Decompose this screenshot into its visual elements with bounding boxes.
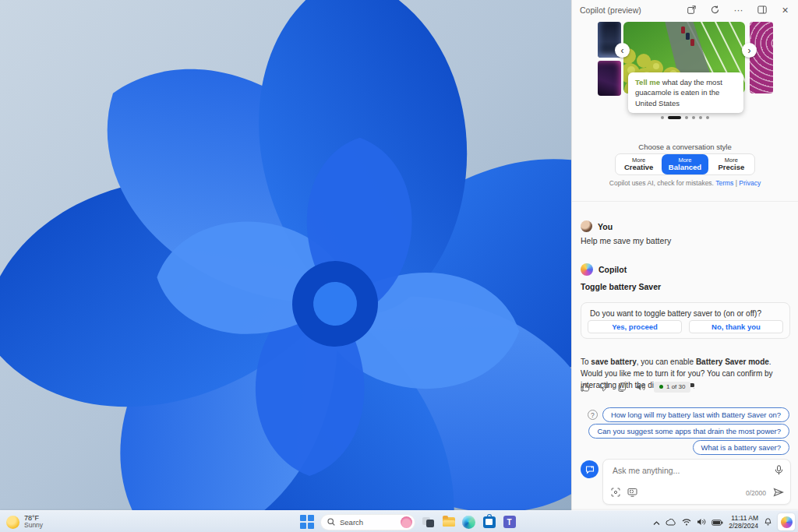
carousel-side-images-left[interactable] (598, 22, 621, 96)
onedrive-icon[interactable] (666, 515, 676, 529)
battery-saver-dialog: Do you want to toggle battery saver to (… (581, 302, 790, 339)
carousel-dot[interactable] (661, 116, 664, 119)
wifi-icon[interactable] (682, 515, 691, 529)
tray-time: 11:11 AM (729, 514, 758, 522)
weather-widget[interactable]: 78°F Sunny (6, 511, 43, 532)
send-icon[interactable] (773, 486, 784, 500)
task-view-button[interactable] (421, 515, 436, 530)
search-icon (327, 518, 335, 526)
conversation-style-heading: Choose a conversation style (572, 143, 798, 151)
new-topic-button[interactable] (581, 460, 598, 478)
hidden-icons-chevron[interactable] (653, 515, 660, 529)
copy-icon[interactable] (616, 381, 628, 393)
carousel-dot[interactable] (685, 116, 688, 119)
suggestion-chip[interactable]: What is a battery saver? (693, 440, 789, 455)
carousel-dots[interactable] (572, 116, 798, 119)
ai-disclaimer: Copilot uses AI, check for mistakes. Ter… (572, 179, 798, 187)
status-dot (659, 385, 663, 389)
file-explorer-button[interactable] (441, 515, 456, 530)
edge-browser-button[interactable] (461, 515, 476, 530)
user-message: Help me save my battery (581, 236, 671, 245)
carousel-prev-button[interactable]: ‹ (615, 43, 630, 58)
search-highlight-image (401, 516, 412, 528)
carousel-dot[interactable] (706, 116, 709, 119)
carousel-side-image-right[interactable] (750, 22, 773, 93)
thumbs-down-icon[interactable] (598, 381, 609, 393)
yes-proceed-button[interactable]: Yes, proceed (588, 320, 682, 333)
taskbar-center: Search T (299, 511, 517, 532)
more-options-icon[interactable]: ··· (733, 5, 743, 15)
tray-date: 2/28/2024 (729, 522, 758, 530)
read-aloud-icon[interactable] (635, 381, 647, 393)
microsoft-store-button[interactable] (482, 515, 496, 530)
privacy-link[interactable]: Privacy (739, 179, 761, 187)
style-option-balanced[interactable]: More Balanced (662, 154, 708, 174)
carousel-dot[interactable] (699, 116, 702, 119)
chat-input-placeholder[interactable]: Ask me anything... (613, 466, 680, 475)
carousel-suggestion-tooltip[interactable]: Tell me what day the most guacamole is e… (628, 72, 743, 113)
tooltip-highlight: Tell me (635, 78, 660, 86)
topographic-pattern (750, 22, 773, 93)
copilot-pane: Copilot (preview) ··· (571, 0, 798, 510)
dialog-question: Do you want to toggle battery saver to (… (590, 309, 761, 318)
chat-divider (572, 201, 798, 202)
desktop-wallpaper (0, 0, 571, 510)
user-avatar (581, 220, 592, 232)
copilot-icon (781, 516, 793, 528)
response-pagination: 1 of 30 (654, 382, 690, 393)
suggestion-row: ? How long will my battery last with Bat… (588, 407, 789, 422)
user-label: You (598, 222, 613, 231)
no-thank-you-button[interactable]: No, thank you (689, 320, 783, 333)
volume-icon[interactable] (697, 515, 706, 529)
dock-sidebar-icon[interactable] (757, 5, 767, 15)
style-option-precise[interactable]: More Precise (708, 154, 754, 174)
carousel-next-button[interactable]: › (742, 43, 757, 58)
refresh-icon[interactable] (710, 5, 720, 15)
add-image-icon[interactable] (611, 486, 620, 500)
notification-bell-icon[interactable] (764, 515, 772, 529)
user-identity-row: You (581, 220, 613, 232)
taskbar: 78°F Sunny Search T (0, 510, 798, 532)
close-icon[interactable]: × (780, 5, 790, 15)
screen: Copilot (preview) ··· (0, 0, 798, 532)
feedback-toolbar: 1 of 30 (579, 381, 690, 393)
system-tray: 11:11 AM 2/28/2024 (653, 511, 795, 532)
composer-toolbar: 0/2000 (611, 486, 784, 500)
terms-link[interactable]: Terms (715, 179, 733, 187)
character-counter: 0/2000 (746, 489, 766, 497)
suggestion-chip[interactable]: How long will my battery last with Batte… (602, 407, 789, 422)
chat-input-box[interactable]: Ask me anything... (602, 459, 791, 505)
microphone-icon[interactable] (775, 464, 783, 478)
thumbs-up-icon[interactable] (579, 381, 591, 393)
clock[interactable]: 11:11 AM 2/28/2024 (729, 514, 758, 530)
suggestion-chip[interactable]: Can you suggest some apps that drain the… (588, 424, 789, 439)
weather-condition: Sunny (24, 522, 43, 530)
bot-response-heading: Toggle battery Saver (581, 282, 661, 291)
battery-icon[interactable] (711, 515, 723, 529)
open-in-new-window-icon[interactable] (687, 5, 697, 15)
sun-icon (6, 516, 19, 529)
search-placeholder: Search (340, 518, 396, 527)
teams-button[interactable]: T (502, 515, 517, 530)
style-option-creative[interactable]: More Creative (616, 154, 662, 174)
copilot-taskbar-button[interactable] (778, 513, 795, 530)
suggestion-row: What is a battery saver? (693, 440, 789, 455)
copilot-label: Copilot (598, 265, 627, 274)
carousel-image-neon[interactable] (598, 61, 621, 97)
screenshot-icon[interactable] (627, 486, 637, 500)
carousel-dot[interactable] (692, 116, 695, 119)
bloom-wallpaper-art (0, 0, 571, 510)
search-box[interactable]: Search (320, 514, 415, 530)
copilot-identity-row: Copilot (581, 263, 627, 276)
suggestion-row: Can you suggest some apps that drain the… (588, 424, 789, 439)
start-button[interactable] (299, 514, 315, 530)
copilot-titlebar: Copilot (preview) ··· (572, 0, 798, 19)
carousel-dot-active[interactable] (668, 116, 681, 119)
copilot-logo-icon (581, 263, 593, 276)
pane-title: Copilot (preview) (580, 5, 641, 15)
conversation-style-picker: More Creative More Balanced More Precise (615, 153, 755, 175)
question-mark-icon: ? (588, 410, 598, 420)
